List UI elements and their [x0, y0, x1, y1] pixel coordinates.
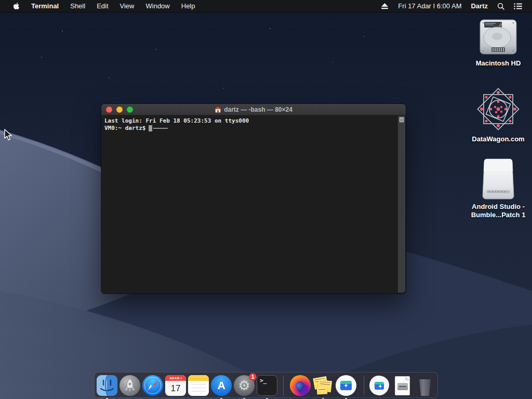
dock-terminal[interactable]: >_	[257, 375, 277, 396]
dock-divider	[364, 376, 364, 395]
notification-list-icon	[514, 3, 522, 9]
terminal-line: Last login: Fri Feb 18 05:23:53 on ttys0…	[104, 117, 403, 125]
user-menu[interactable]: Dartz	[466, 0, 493, 12]
dock-notes[interactable]	[188, 375, 209, 396]
disk-image-file-icon	[392, 375, 413, 396]
menu-app-name[interactable]: Terminal	[25, 0, 64, 12]
stickies-icon	[313, 375, 334, 396]
mouse-cursor	[4, 129, 12, 141]
dock-calendar[interactable]: ADAR I 17	[165, 375, 186, 396]
safari-icon	[142, 375, 163, 396]
external-drive-icon	[480, 157, 516, 200]
internal-hard-drive-icon	[478, 19, 518, 56]
terminal-prompt: VM0:~ dartz$	[104, 125, 145, 132]
dock-divider	[283, 376, 284, 395]
menu-edit[interactable]: Edit	[91, 0, 114, 12]
cursor-artifact	[153, 128, 168, 129]
apple-menu[interactable]	[7, 0, 25, 12]
eject-menu-extra[interactable]	[376, 0, 393, 12]
android-studio-icon	[336, 375, 356, 396]
scrollbar-thumb[interactable]	[399, 117, 404, 123]
dock-app-store[interactable]: A	[211, 375, 232, 396]
trash-icon	[415, 375, 435, 396]
dock-system-preferences[interactable]: ⚙ 1	[234, 375, 255, 396]
notification-badge: 1	[249, 373, 257, 381]
dock-firefox[interactable]	[290, 375, 311, 396]
menu-help[interactable]: Help	[176, 0, 201, 12]
dock-safari[interactable]	[142, 375, 163, 396]
dock-disk-image-file[interactable]	[392, 375, 413, 396]
dock-android-studio-installer[interactable]	[369, 375, 390, 396]
notification-center-menu[interactable]	[509, 0, 527, 12]
terminal-icon: >_	[257, 375, 277, 396]
dock-stickies[interactable]	[313, 375, 334, 396]
calendar-icon: ADAR I 17	[165, 375, 186, 396]
menu-shell[interactable]: Shell	[64, 0, 91, 12]
calendar-day: 17	[165, 381, 186, 396]
gear-icon: ⚙	[238, 379, 250, 392]
app-store-icon: A	[211, 375, 232, 396]
launchpad-icon	[119, 375, 140, 396]
desktop-icon-macintosh-hd[interactable]: Macintosh HD	[466, 19, 530, 68]
terminal-window: dartz — -bash — 80×24 Last login: Fri Fe…	[101, 104, 406, 294]
eject-icon	[381, 3, 389, 9]
desktop: Terminal Shell Edit View Window Help Fri…	[0, 0, 532, 399]
desktop-icon-label: Macintosh HD	[476, 59, 521, 68]
dock-finder[interactable]	[97, 375, 117, 396]
calendar-month: ADAR I	[165, 375, 186, 381]
terminal-scrollbar[interactable]	[398, 116, 405, 292]
notes-icon	[188, 375, 209, 396]
android-studio-installer-icon	[369, 376, 389, 395]
search-icon	[497, 3, 504, 10]
desktop-icon-label: Android Studio - Bumble...Patch 1	[471, 203, 526, 219]
menu-view[interactable]: View	[114, 0, 140, 12]
terminal-prompt-line: VM0:~ dartz$	[104, 125, 403, 132]
dock-trash[interactable]	[415, 375, 435, 396]
desktop-icon-android-studio-volume[interactable]: Android Studio - Bumble...Patch 1	[466, 157, 530, 219]
menu-bar: Terminal Shell Edit View Window Help Fri…	[0, 0, 532, 12]
network-mandala-icon	[475, 86, 521, 132]
apple-logo-icon	[13, 2, 20, 10]
firefox-icon	[290, 375, 311, 396]
window-title: dartz — -bash — 80×24	[101, 104, 406, 115]
menu-clock[interactable]: Fri 17 Adar I 6:00 AM	[393, 0, 466, 12]
dock-android-studio[interactable]	[336, 375, 356, 396]
desktop-icon-datawagon[interactable]: DataWagon.com	[466, 86, 530, 143]
dock: ADAR I 17 A ⚙ 1 >_	[94, 372, 438, 398]
spotlight-menu[interactable]	[493, 0, 509, 12]
dock-launchpad[interactable]	[119, 375, 140, 396]
finder-icon	[97, 375, 117, 396]
terminal-cursor	[149, 125, 152, 131]
menu-window[interactable]: Window	[140, 0, 176, 12]
terminal-titlebar[interactable]: dartz — -bash — 80×24	[101, 104, 406, 115]
home-folder-icon	[215, 107, 221, 113]
desktop-icon-label: DataWagon.com	[472, 135, 524, 143]
terminal-content[interactable]: Last login: Fri Feb 18 05:23:53 on ttys0…	[101, 115, 406, 294]
